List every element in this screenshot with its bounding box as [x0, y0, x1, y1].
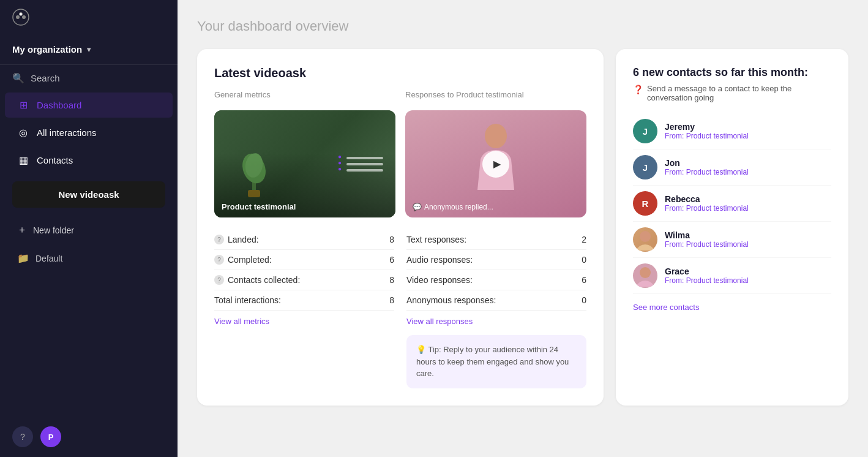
profile-button[interactable]: P	[40, 426, 61, 447]
contacts-subtitle: ❓ Send a message to a contact to keep th…	[633, 84, 831, 102]
svg-point-0	[13, 9, 29, 25]
metric-video-label: Video responses:	[406, 275, 473, 285]
main-content: Your dashboard overview Latest videoask …	[178, 0, 868, 457]
help-icon: ?	[20, 432, 25, 442]
metric-audio-value: 0	[582, 255, 586, 265]
new-videoask-button[interactable]: New videoask	[12, 181, 165, 208]
play-button[interactable]	[482, 151, 509, 178]
response-thumb[interactable]: 💬 Anonymous replied...	[405, 110, 586, 217]
logo-icon	[12, 9, 29, 26]
contact-from-wilma: From: Product testimonial	[665, 240, 831, 249]
metrics-grid: ? Landed: 8 ? Completed: 6	[214, 230, 586, 388]
search-icon: 🔍	[12, 72, 24, 84]
svg-point-8	[485, 124, 507, 148]
dashboard-icon: ⊞	[17, 99, 29, 111]
sidebar-item-all-interactions[interactable]: ◎ All interactions	[5, 120, 173, 145]
latest-videoask-title: Latest videoask	[214, 66, 586, 80]
svg-rect-7	[248, 190, 260, 197]
folder-icon: 📁	[17, 252, 29, 264]
info-icon-subtitle: ❓	[633, 85, 643, 94]
contact-from-jeremy: From: Product testimonial	[665, 132, 831, 140]
metric-text-label: Text responses:	[406, 235, 466, 244]
contact-item-wilma[interactable]: Wilma From: Product testimonial	[633, 222, 831, 258]
info-icon-contacts[interactable]: ?	[214, 275, 224, 285]
contact-item-rebecca[interactable]: R Rebecca From: Product testimonial	[633, 186, 831, 222]
contact-name-grace: Grace	[665, 266, 831, 276]
metric-landed-label: Landed:	[228, 235, 259, 244]
org-selector[interactable]: My organization ▾	[0, 34, 178, 65]
svg-point-10	[640, 267, 651, 278]
video-line-1	[346, 157, 383, 159]
new-folder-button[interactable]: ＋ New folder	[5, 217, 173, 243]
metric-audio-responses: Audio responses: 0	[406, 250, 586, 270]
metric-contacts: ? Contacts collected: 8	[214, 270, 394, 290]
contact-item-grace[interactable]: Grace From: Product testimonial	[633, 258, 831, 294]
contact-source-rebecca[interactable]: Product testimonial	[686, 204, 749, 213]
interactions-icon: ◎	[17, 127, 29, 138]
video-name: Product testimonial	[222, 202, 296, 211]
latest-videoask-card: Latest videoask General metrics Response…	[197, 49, 604, 406]
sidebar-item-label: Contacts	[37, 155, 73, 165]
video-thumbnails: Product testimonial 💬 Anonymous re	[214, 110, 586, 217]
metrics-right: Text responses: 2 Audio responses: 0 Vid…	[406, 230, 586, 388]
view-responses-link[interactable]: View all responses	[406, 317, 473, 326]
metric-anon-responses: Anonymous responses: 0	[406, 290, 586, 311]
profile-initial: P	[48, 432, 54, 442]
svg-point-2	[22, 15, 26, 19]
contact-source-jeremy[interactable]: Product testimonial	[686, 132, 749, 140]
avatar-wilma	[633, 227, 657, 252]
thumb-image	[214, 110, 395, 217]
dashboard-grid: Latest videoask General metrics Response…	[197, 49, 848, 406]
contact-source-wilma[interactable]: Product testimonial	[686, 240, 749, 249]
contact-source-jon[interactable]: Product testimonial	[686, 168, 749, 176]
chevron-down-icon: ▾	[87, 45, 91, 54]
sidebar-logo	[0, 0, 178, 34]
metric-text-responses: Text responses: 2	[406, 230, 586, 250]
contact-name-rebecca: Rebecca	[665, 194, 831, 204]
contact-item-jeremy[interactable]: J Jeremy From: Product testimonial	[633, 113, 831, 149]
sidebar-item-label: Dashboard	[37, 100, 81, 110]
sidebar-bottom: ? P	[0, 417, 178, 457]
metric-contacts-label: Contacts collected:	[228, 275, 300, 285]
org-name: My organization	[12, 44, 82, 55]
contact-info-rebecca: Rebecca From: Product testimonial	[665, 194, 831, 213]
sidebar-item-dashboard[interactable]: ⊞ Dashboard	[5, 93, 173, 118]
contact-from-rebecca: From: Product testimonial	[665, 204, 831, 213]
avatar-rebecca: R	[633, 191, 657, 216]
contact-item-jon[interactable]: J Jon From: Product testimonial	[633, 149, 831, 186]
avatar-jon: J	[633, 155, 657, 179]
metric-text-value: 2	[582, 235, 586, 244]
metric-landed: ? Landed: 8	[214, 230, 394, 250]
view-metrics-link[interactable]: View all metrics	[214, 317, 269, 326]
contact-source-grace[interactable]: Product testimonial	[686, 276, 749, 285]
default-folder-label: Default	[36, 254, 62, 263]
metric-contacts-value: 8	[389, 275, 394, 285]
metric-video-responses: Video responses: 6	[406, 270, 586, 290]
metric-total-value: 8	[389, 295, 394, 305]
contacts-card: 6 new contacts so far this month: ❓ Send…	[616, 49, 848, 406]
info-icon-landed[interactable]: ?	[214, 235, 224, 244]
tip-box: 💡 Tip: Reply to your audience within 24 …	[406, 335, 586, 388]
video-line-2	[346, 163, 383, 165]
sidebar-item-contacts[interactable]: ▦ Contacts	[5, 148, 173, 173]
product-testimonial-thumb[interactable]: Product testimonial	[214, 110, 395, 217]
search-label: Search	[31, 73, 60, 83]
svg-point-1	[16, 15, 20, 19]
default-folder-item[interactable]: 📁 Default	[5, 246, 173, 270]
metrics-left: ? Landed: 8 ? Completed: 6	[214, 230, 394, 388]
page-title: Your dashboard overview	[197, 18, 848, 34]
metric-anon-label: Anonymous responses:	[406, 295, 496, 305]
contacts-card-title: 6 new contacts so far this month:	[633, 66, 831, 79]
metric-video-value: 6	[582, 275, 586, 285]
metric-total: Total interactions: 8	[214, 290, 394, 311]
contacts-icon: ▦	[17, 154, 29, 166]
contact-info-wilma: Wilma From: Product testimonial	[665, 230, 831, 249]
general-metrics-label: General metrics	[214, 90, 395, 99]
info-icon-completed[interactable]: ?	[214, 255, 224, 265]
help-button[interactable]: ?	[12, 426, 33, 447]
metric-landed-value: 8	[389, 235, 394, 244]
metric-completed-label: Completed:	[228, 255, 272, 265]
contact-info-jon: Jon From: Product testimonial	[665, 158, 831, 176]
see-more-contacts-link[interactable]: See more contacts	[633, 303, 699, 312]
search-item[interactable]: 🔍 Search	[0, 65, 178, 91]
